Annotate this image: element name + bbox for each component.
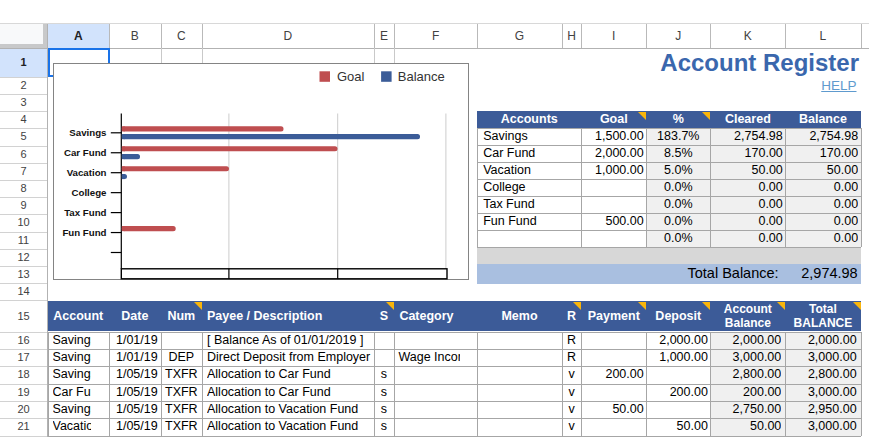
svg-text:Car Fund: Car Fund bbox=[63, 147, 106, 158]
svg-text:Goal: Goal bbox=[337, 68, 365, 83]
svg-text:Balance: Balance bbox=[397, 68, 444, 83]
svg-text:Savings: Savings bbox=[69, 127, 106, 138]
svg-text:Fun Fund: Fun Fund bbox=[62, 226, 106, 237]
svg-text:College: College bbox=[71, 187, 107, 198]
svg-text:Vacation: Vacation bbox=[66, 167, 106, 178]
svg-text:Tax Fund: Tax Fund bbox=[64, 207, 106, 218]
